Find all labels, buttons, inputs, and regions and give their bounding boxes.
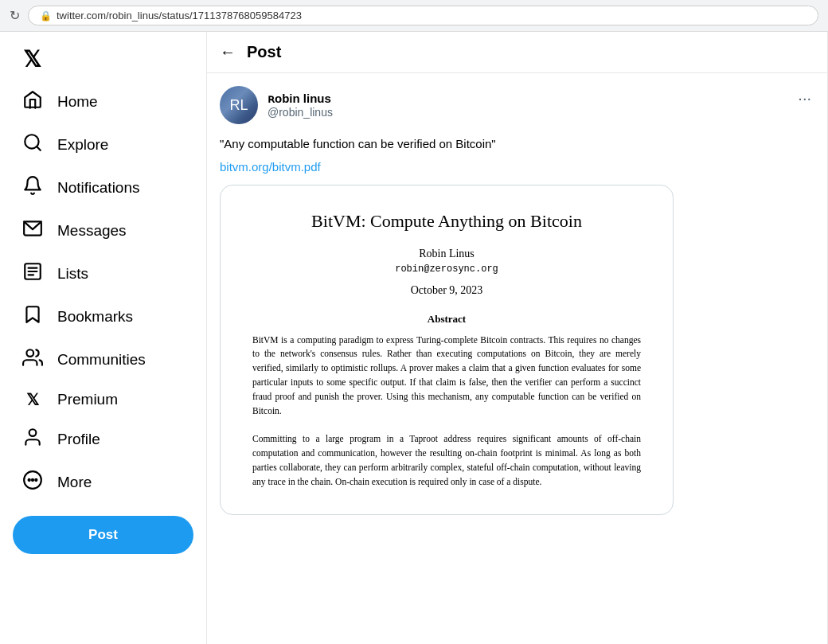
tweet-container: RL ʀobin linus @robin_linus ··· "Any com…	[207, 73, 827, 528]
premium-icon: 𝕏	[22, 390, 43, 409]
x-logo-icon: 𝕏	[23, 46, 41, 72]
main-content: ← Post RL ʀobin linus @robin_linus ··· "…	[207, 32, 828, 644]
pdf-abstract-heading: Abstract	[252, 313, 641, 326]
notifications-icon	[22, 175, 43, 201]
messages-icon	[22, 218, 43, 244]
svg-point-8	[29, 429, 37, 436]
pdf-author: Robin Linus	[252, 248, 641, 260]
sidebar-item-profile[interactable]: Profile	[13, 419, 193, 460]
sidebar-label-premium: Premium	[57, 391, 118, 408]
sidebar-label-more: More	[57, 474, 92, 491]
sidebar-label-home: Home	[57, 93, 98, 111]
post-page-header: ← Post	[207, 32, 827, 73]
author-handle: @robin_linus	[268, 106, 333, 119]
svg-point-11	[32, 479, 33, 481]
sidebar-item-lists[interactable]: Lists	[13, 253, 193, 295]
pdf-body-paragraph1: BitVM is a computing paradigm to express…	[252, 334, 641, 490]
sidebar-item-explore[interactable]: Explore	[13, 124, 193, 166]
tweet-author-row: RL ʀobin linus @robin_linus ···	[220, 86, 814, 124]
sidebar-item-messages[interactable]: Messages	[13, 210, 193, 252]
refresh-icon[interactable]: ↻	[10, 8, 20, 23]
bookmarks-icon	[22, 304, 43, 330]
url-text: twitter.com/robin_linus/status/171137876…	[57, 10, 302, 21]
svg-point-10	[29, 479, 30, 481]
profile-icon	[22, 427, 43, 452]
home-icon	[22, 89, 43, 115]
avatar: RL	[220, 86, 258, 124]
tweet-text: "Any computable function can be verified…	[220, 135, 814, 154]
avatar-image: RL	[220, 86, 258, 124]
lock-icon: 🔒	[40, 10, 52, 21]
svg-point-12	[35, 479, 37, 481]
sidebar-label-lists: Lists	[57, 265, 88, 283]
sidebar-item-communities[interactable]: Communities	[13, 339, 193, 381]
lists-icon	[22, 261, 43, 287]
tweet-link[interactable]: bitvm.org/bitvm.pdf	[220, 160, 814, 174]
sidebar-item-more[interactable]: More	[13, 462, 193, 503]
app-container: 𝕏 Home Explore Notifications	[0, 32, 828, 644]
sidebar-item-home[interactable]: Home	[13, 81, 193, 123]
more-icon	[22, 470, 43, 495]
sidebar-label-bookmarks: Bookmarks	[57, 308, 133, 326]
pdf-date: October 9, 2023	[252, 284, 641, 297]
sidebar-label-messages: Messages	[57, 222, 127, 240]
post-button[interactable]: Post	[13, 516, 193, 554]
author-name: ʀobin linus	[268, 92, 333, 106]
pdf-preview-card: BitVM: Compute Anything on Bitcoin Robin…	[220, 185, 674, 516]
sidebar-item-bookmarks[interactable]: Bookmarks	[13, 296, 193, 338]
explore-icon	[22, 132, 43, 158]
address-bar[interactable]: 🔒 twitter.com/robin_linus/status/1711378…	[28, 6, 818, 25]
tweet-more-button[interactable]: ···	[795, 86, 814, 111]
sidebar-item-notifications[interactable]: Notifications	[13, 167, 193, 209]
pdf-email: robin@zerosync.org	[252, 263, 641, 275]
post-page-title: Post	[247, 43, 281, 61]
communities-icon	[22, 347, 43, 373]
svg-point-7	[26, 349, 33, 357]
sidebar-item-premium[interactable]: 𝕏 Premium	[13, 382, 193, 417]
tweet-author-info: RL ʀobin linus @robin_linus	[220, 86, 333, 124]
pdf-title: BitVM: Compute Anything on Bitcoin	[252, 211, 641, 232]
sidebar-label-explore: Explore	[57, 136, 108, 154]
svg-line-1	[37, 146, 41, 150]
x-logo-button[interactable]: 𝕏	[13, 40, 51, 78]
author-details: ʀobin linus @robin_linus	[268, 92, 333, 119]
sidebar-label-notifications: Notifications	[57, 179, 140, 197]
back-button[interactable]: ←	[220, 43, 236, 61]
sidebar-label-profile: Profile	[57, 431, 100, 448]
browser-bar: ↻ 🔒 twitter.com/robin_linus/status/17113…	[0, 0, 828, 32]
sidebar: 𝕏 Home Explore Notifications	[0, 32, 207, 644]
sidebar-label-communities: Communities	[57, 351, 146, 369]
